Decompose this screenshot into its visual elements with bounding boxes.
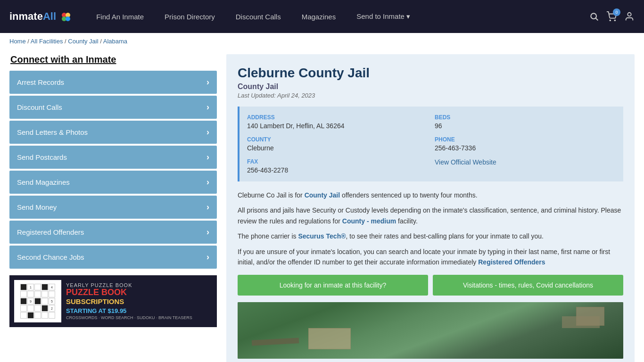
registered-offenders-link[interactable]: Registered Offenders: [478, 258, 545, 266]
desc-para3: The phone carrier is Securus Tech®, to s…: [238, 231, 623, 241]
sidebar-item-arrest-records[interactable]: Arrest Records ›: [9, 71, 217, 94]
facility-name: Cleburne County Jail: [238, 66, 623, 81]
svg-point-8: [627, 13, 631, 16]
breadcrumb-all-facilities[interactable]: All Facilities: [31, 38, 63, 45]
detail-beds: BEDS 96: [435, 114, 616, 130]
arrow-icon: ›: [206, 77, 209, 87]
sidebar-item-label: Send Money: [17, 203, 57, 211]
search-icon: [589, 12, 599, 21]
sidebar-item-label: Second Chance Jobs: [17, 253, 84, 261]
sidebar-item-send-magazines[interactable]: Send Magazines ›: [9, 171, 217, 194]
breadcrumb-home[interactable]: Home: [9, 38, 26, 45]
header-icons: 0: [589, 11, 635, 22]
arrow-icon: ›: [206, 227, 209, 237]
arrow-icon: ›: [206, 102, 209, 112]
fax-label: FAX: [247, 158, 428, 165]
breadcrumb: Home / All Facilities / County Jail / Al…: [0, 33, 644, 49]
fax-value: 256-463-2278: [247, 166, 428, 174]
nav-discount-calls[interactable]: Discount Calls: [225, 0, 291, 33]
beds-label: BEDS: [435, 114, 616, 121]
svg-point-7: [614, 20, 615, 21]
arrow-icon: ›: [206, 252, 209, 262]
sidebar-item-label: Send Postcards: [17, 153, 67, 161]
nav-prison-directory[interactable]: Prison Directory: [154, 0, 225, 33]
breadcrumb-county-jail[interactable]: County Jail: [68, 38, 98, 45]
facility-type: County Jail: [238, 82, 623, 91]
desc-para2: All prisons and jails have Security or C…: [238, 205, 623, 226]
sidebar-item-send-letters-photos[interactable]: Send Letters & Photos ›: [9, 121, 217, 144]
arrow-icon: ›: [206, 127, 209, 137]
parking-area: [562, 316, 600, 328]
detail-county: COUNTY Cleburne: [247, 136, 428, 152]
building-2: [308, 328, 351, 349]
beds-value: 96: [435, 122, 616, 130]
account-button[interactable]: [624, 11, 635, 22]
facility-details-grid: ADDRESS 140 Lambert Dr, Heflin, AL 36264…: [238, 107, 623, 181]
securus-link[interactable]: Securus Tech®: [298, 232, 346, 240]
svg-point-6: [610, 20, 611, 21]
phone-value: 256-463-7336: [435, 144, 616, 152]
desc-para4: If you are unsure of your inmate's locat…: [238, 247, 623, 268]
county-jail-link[interactable]: County Jail: [305, 191, 340, 199]
detail-fax: FAX 256-463-2278: [247, 158, 428, 174]
phone-label: PHONE: [435, 136, 616, 143]
sidebar-item-second-chance-jobs[interactable]: Second Chance Jobs ›: [9, 246, 217, 269]
cart-button[interactable]: 0: [606, 11, 617, 22]
arrow-icon: ›: [206, 202, 209, 212]
county-label: COUNTY: [247, 136, 428, 143]
ad-price: STARTING AT $19.95: [66, 307, 192, 314]
svg-line-5: [596, 18, 598, 21]
facility-updated: Last Updated: April 24, 2023: [238, 92, 623, 99]
facility-content: Cleburne County Jail County Jail Last Up…: [226, 54, 635, 362]
user-icon: [624, 11, 635, 22]
main-layout: Connect with an Inmate Arrest Records › …: [0, 49, 644, 362]
sidebar-item-label: Arrest Records: [17, 78, 64, 86]
logo-icon: [60, 11, 72, 23]
svg-point-4: [591, 13, 596, 19]
sidebar: Connect with an Inmate Arrest Records › …: [9, 54, 217, 327]
site-header: inmateAll Find An Inmate Prison Director…: [0, 0, 644, 33]
find-inmate-button[interactable]: Looking for an inmate at this facility?: [238, 275, 428, 296]
main-nav: Find An Inmate Prison Directory Discount…: [86, 0, 589, 33]
detail-website[interactable]: View Official Website: [435, 158, 616, 174]
svg-point-3: [66, 16, 70, 21]
nav-find-inmate[interactable]: Find An Inmate: [86, 0, 154, 33]
address-value: 140 Lambert Dr, Heflin, AL 36264: [247, 122, 428, 130]
action-buttons: Looking for an inmate at this facility? …: [238, 275, 623, 296]
detail-address: ADDRESS 140 Lambert Dr, Heflin, AL 36264: [247, 114, 428, 130]
sidebar-item-discount-calls[interactable]: Discount Calls ›: [9, 96, 217, 119]
site-logo[interactable]: inmateAll: [9, 10, 72, 23]
ad-text: YEARLY PUZZLE BOOK PUZZLE BOOK SUBSCRIPT…: [66, 282, 192, 320]
ad-types: CROSSWORDS · WORD SEARCH · SUDOKU · BRAI…: [66, 315, 192, 320]
sidebar-item-label: Send Letters & Photos: [17, 128, 88, 136]
sidebar-menu: Arrest Records › Discount Calls › Send L…: [9, 71, 217, 269]
logo-text: inmateAll: [9, 10, 72, 23]
sidebar-title: Connect with an Inmate: [9, 54, 217, 65]
sidebar-item-registered-offenders[interactable]: Registered Offenders ›: [9, 221, 217, 244]
sidebar-advertisement[interactable]: 14 95 2 YEARLY PUZZLE BOOK PUZZLE BOOK S…: [9, 275, 217, 327]
nav-magazines[interactable]: Magazines: [291, 0, 347, 33]
official-website-link[interactable]: View Official Website: [435, 158, 496, 166]
sidebar-item-send-money[interactable]: Send Money ›: [9, 196, 217, 219]
sidebar-item-label: Send Magazines: [17, 178, 70, 186]
breadcrumb-state[interactable]: Alabama: [103, 38, 127, 45]
facility-description: Cleburne Co Jail is for County Jail offe…: [238, 190, 623, 267]
arrow-icon: ›: [206, 177, 209, 187]
desc-para1: Cleburne Co Jail is for County Jail offe…: [238, 190, 623, 200]
nav-send-to-inmate[interactable]: Send to Inmate ▾: [346, 0, 421, 33]
ad-title: PUZZLE BOOK SUBSCRIPTIONS: [66, 288, 192, 305]
ad-puzzle-image: 14 95 2: [14, 280, 61, 322]
sidebar-item-label: Registered Offenders: [17, 228, 84, 236]
facility-aerial-image: [238, 302, 623, 359]
county-medium-link[interactable]: County - medium: [342, 217, 396, 225]
sidebar-item-send-postcards[interactable]: Send Postcards ›: [9, 146, 217, 169]
visitations-button[interactable]: Visitations - times, rules, Covid cancel…: [433, 275, 623, 296]
detail-phone: PHONE 256-463-7336: [435, 136, 616, 152]
sidebar-item-label: Discount Calls: [17, 103, 62, 111]
county-value: Cleburne: [247, 144, 428, 152]
cart-badge: 0: [613, 8, 620, 16]
address-label: ADDRESS: [247, 114, 428, 121]
search-button[interactable]: [589, 12, 599, 21]
arrow-icon: ›: [206, 152, 209, 162]
